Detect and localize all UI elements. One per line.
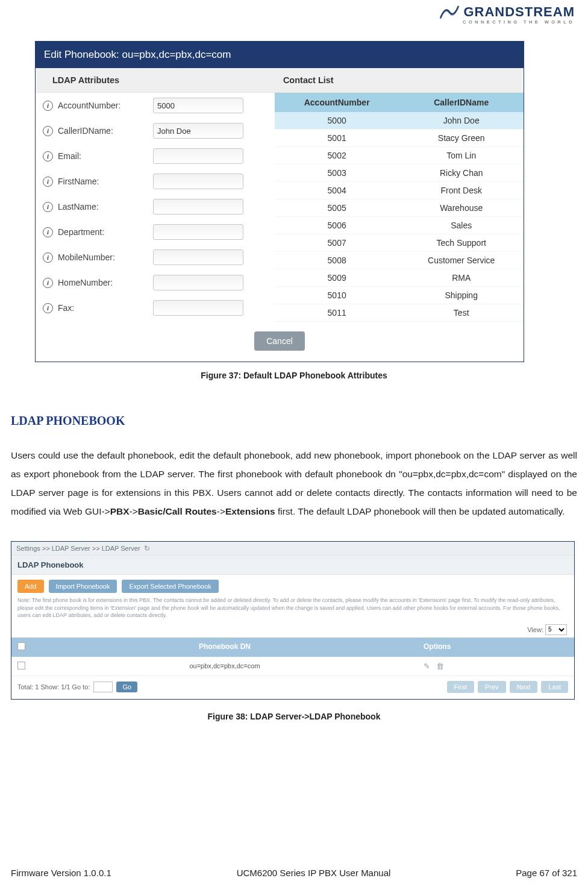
view-count-select[interactable]: 5	[545, 624, 567, 635]
edit-icon[interactable]: ✎	[424, 662, 430, 671]
prev-page-button[interactable]: Prev	[478, 681, 506, 693]
breadcrumb-text: Settings >> LDAP Server >> LDAP Server	[16, 545, 140, 552]
attribute-label: AccountNumber:	[58, 101, 148, 110]
contact-row[interactable]: 5001Stacy Green	[275, 130, 524, 147]
figure-38-caption: Figure 38: LDAP Server->LDAP Phonebook	[11, 712, 577, 721]
para-sep2: ->	[217, 506, 225, 516]
contact-name: Ricky Chan	[399, 165, 524, 181]
contact-list-panel: Contact List AccountNumber CallerIDName …	[275, 68, 524, 322]
attribute-input[interactable]	[153, 98, 243, 113]
col-callerid-name: CallerIDName	[399, 93, 524, 112]
attribute-input[interactable]	[153, 224, 243, 240]
para-text-end: first. The default LDAP phonebook will t…	[275, 506, 565, 516]
contact-number: 5010	[275, 287, 399, 304]
attribute-row: iHomeNumber:	[36, 270, 275, 295]
contact-row[interactable]: 5000John Doe	[275, 112, 524, 130]
contact-name: Tech Support	[399, 234, 524, 251]
go-button[interactable]: Go	[116, 682, 137, 692]
attribute-input[interactable]	[153, 199, 243, 215]
contact-number: 5001	[275, 130, 399, 146]
goto-page-input[interactable]	[93, 682, 113, 692]
attribute-row: iAccountNumber:	[36, 93, 275, 118]
attribute-input[interactable]	[153, 123, 243, 139]
contact-row[interactable]: 5009RMA	[275, 269, 524, 287]
info-icon[interactable]: i	[43, 252, 53, 263]
view-label: View:	[527, 625, 543, 633]
logo-mark-icon	[439, 4, 460, 20]
info-icon[interactable]: i	[43, 202, 53, 212]
attribute-row: iLastName:	[36, 194, 275, 219]
info-icon[interactable]: i	[43, 278, 53, 288]
contact-name: Tom Lin	[399, 147, 524, 164]
footer-status-text: Total: 1 Show: 1/1 Go to:	[17, 683, 90, 691]
page-footer: Firmware Version 1.0.0.1 UCM6200 Series …	[11, 868, 577, 878]
last-page-button[interactable]: Last	[541, 681, 568, 693]
para-bold-pbx: PBX	[110, 506, 130, 516]
contact-name: Test	[399, 304, 524, 321]
para-bold-routes: Basic/Call Routes	[138, 506, 217, 516]
contact-row[interactable]: 5011Test	[275, 304, 524, 322]
contact-row[interactable]: 5010Shipping	[275, 287, 524, 304]
figure-37-caption: Figure 37: Default LDAP Phonebook Attrib…	[11, 371, 577, 380]
row-checkbox[interactable]	[17, 662, 25, 669]
attribute-input[interactable]	[153, 148, 243, 164]
attribute-input[interactable]	[153, 249, 243, 265]
brand-logo: GRANDSTREAM CONNECTING THE WORLD	[437, 4, 575, 25]
contact-name: Customer Service	[399, 252, 524, 269]
contact-number: 5003	[275, 165, 399, 181]
contact-number: 5000	[275, 112, 399, 129]
info-icon[interactable]: i	[43, 177, 53, 187]
attribute-input[interactable]	[153, 174, 243, 189]
col-options: Options	[418, 638, 574, 657]
contact-number: 5002	[275, 147, 399, 164]
select-all-checkbox[interactable]	[17, 642, 25, 650]
contact-row[interactable]: 5008Customer Service	[275, 252, 524, 269]
contact-row[interactable]: 5007Tech Support	[275, 234, 524, 252]
page-number: Page 67 of 321	[516, 868, 577, 878]
contact-list-header: Contact List	[275, 68, 524, 93]
attribute-label: FirstName:	[58, 177, 148, 186]
first-page-button[interactable]: First	[447, 681, 474, 693]
contact-row[interactable]: 5002Tom Lin	[275, 147, 524, 165]
logo-tagline: CONNECTING THE WORLD	[463, 19, 575, 25]
contact-row[interactable]: 5006Sales	[275, 217, 524, 234]
attribute-input[interactable]	[153, 275, 243, 290]
attribute-input[interactable]	[153, 300, 243, 316]
ldap-phonebook-subheader: LDAP Phonebook	[11, 555, 574, 575]
section-heading-ldap-phonebook: LDAP PHONEBOOK	[11, 414, 577, 428]
export-selected-phonebook-button[interactable]: Export Selected Phonebook	[122, 580, 218, 593]
contact-row[interactable]: 5005Warehouse	[275, 199, 524, 217]
pager: First Prev Next Last	[447, 681, 568, 693]
attribute-row: iFirstName:	[36, 169, 275, 194]
info-icon[interactable]: i	[43, 227, 53, 237]
contact-number: 5004	[275, 182, 399, 199]
contact-number: 5006	[275, 217, 399, 234]
add-button[interactable]: Add	[17, 580, 44, 593]
next-page-button[interactable]: Next	[510, 681, 538, 693]
contact-table-header: AccountNumber CallerIDName	[275, 93, 524, 112]
refresh-icon[interactable]: ↻	[144, 544, 150, 553]
info-icon[interactable]: i	[43, 303, 53, 313]
attribute-row: iDepartment:	[36, 219, 275, 245]
attribute-label: MobileNumber:	[58, 252, 148, 262]
para-bold-ext: Extensions	[225, 506, 275, 516]
info-icon[interactable]: i	[43, 126, 53, 136]
contact-name: John Doe	[399, 112, 524, 129]
delete-icon[interactable]: 🗑	[436, 662, 444, 671]
info-icon[interactable]: i	[43, 101, 53, 111]
contact-name: Warehouse	[399, 199, 524, 216]
pagination-status: Total: 1 Show: 1/1 Go to: Go	[17, 682, 137, 692]
attribute-label: HomeNumber:	[58, 278, 148, 287]
manual-title: UCM6200 Series IP PBX User Manual	[237, 868, 391, 878]
phonebook-table-header: Phonebook DN Options	[11, 638, 574, 657]
contact-number: 5005	[275, 199, 399, 216]
cancel-button[interactable]: Cancel	[254, 331, 305, 351]
attribute-row: iMobileNumber:	[36, 245, 275, 270]
body-paragraph: Users could use the default phonebook, e…	[11, 446, 577, 521]
info-icon[interactable]: i	[43, 151, 53, 161]
logo-text: GRANDSTREAM	[463, 4, 575, 20]
import-phonebook-button[interactable]: Import Phonebook	[49, 580, 117, 593]
contact-row[interactable]: 5004Front Desk	[275, 182, 524, 199]
breadcrumb: Settings >> LDAP Server >> LDAP Server ↻	[11, 542, 574, 555]
contact-row[interactable]: 5003Ricky Chan	[275, 165, 524, 182]
